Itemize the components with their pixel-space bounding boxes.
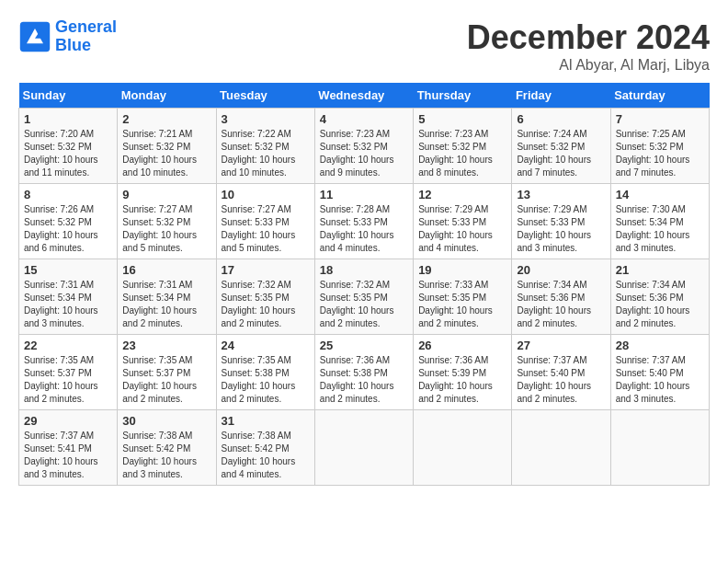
day-number: 8: [24, 188, 112, 201]
day-info: Sunrise: 7:37 AMSunset: 5:40 PMDaylight:…: [616, 355, 690, 404]
day-number: 9: [122, 188, 210, 201]
day-number: 22: [24, 339, 112, 352]
day-number: 5: [418, 112, 506, 126]
day-info: Sunrise: 7:20 AMSunset: 5:32 PMDaylight:…: [24, 129, 98, 178]
day-info: Sunrise: 7:38 AMSunset: 5:42 PMDaylight:…: [122, 431, 197, 479]
calendar-cell: 6 Sunrise: 7:24 AMSunset: 5:32 PMDayligh…: [512, 109, 610, 184]
calendar-cell: 13 Sunrise: 7:29 AMSunset: 5:33 PMDaylig…: [512, 184, 610, 259]
day-info: Sunrise: 7:27 AMSunset: 5:32 PMDaylight:…: [122, 204, 197, 253]
day-number: 23: [122, 339, 210, 352]
day-number: 1: [24, 112, 112, 126]
calendar-cell: 28 Sunrise: 7:37 AMSunset: 5:40 PMDaylig…: [610, 335, 709, 410]
calendar-cell: 27 Sunrise: 7:37 AMSunset: 5:40 PMDaylig…: [512, 335, 610, 410]
day-info: Sunrise: 7:22 AMSunset: 5:32 PMDaylight:…: [222, 129, 296, 178]
day-info: Sunrise: 7:35 AMSunset: 5:38 PMDaylight:…: [222, 355, 296, 404]
day-number: 6: [517, 112, 605, 126]
day-info: Sunrise: 7:37 AMSunset: 5:41 PMDaylight:…: [24, 431, 98, 479]
calendar-cell: 2 Sunrise: 7:21 AMSunset: 5:32 PMDayligh…: [118, 109, 216, 184]
day-info: Sunrise: 7:35 AMSunset: 5:37 PMDaylight:…: [122, 355, 197, 404]
calendar-cell: [314, 410, 413, 486]
month-title: December 2024: [467, 18, 710, 57]
calendar-cell: 20 Sunrise: 7:34 AMSunset: 5:36 PMDaylig…: [512, 259, 610, 335]
calendar-cell: 3 Sunrise: 7:22 AMSunset: 5:32 PMDayligh…: [216, 109, 314, 184]
day-info: Sunrise: 7:23 AMSunset: 5:32 PMDaylight:…: [320, 129, 394, 178]
day-number: 30: [122, 414, 210, 428]
header-saturday: Saturday: [610, 83, 709, 109]
calendar-cell: 17 Sunrise: 7:32 AMSunset: 5:35 PMDaylig…: [216, 259, 314, 335]
day-number: 15: [24, 263, 112, 277]
day-info: Sunrise: 7:34 AMSunset: 5:36 PMDaylight:…: [616, 280, 690, 328]
day-info: Sunrise: 7:32 AMSunset: 5:35 PMDaylight:…: [320, 280, 394, 328]
day-number: 18: [320, 263, 408, 277]
calendar-cell: 21 Sunrise: 7:34 AMSunset: 5:36 PMDaylig…: [610, 259, 709, 335]
day-info: Sunrise: 7:25 AMSunset: 5:32 PMDaylight:…: [616, 129, 690, 178]
day-info: Sunrise: 7:29 AMSunset: 5:33 PMDaylight:…: [517, 204, 591, 253]
day-number: 24: [222, 339, 310, 352]
day-info: Sunrise: 7:38 AMSunset: 5:42 PMDaylight:…: [222, 431, 296, 479]
title-area: December 2024 Al Abyar, Al Marj, Libya: [467, 18, 710, 74]
calendar-cell: [414, 410, 512, 486]
day-number: 27: [517, 339, 605, 352]
header-sunday: Sunday: [19, 83, 118, 109]
calendar-cell: 26 Sunrise: 7:36 AMSunset: 5:39 PMDaylig…: [414, 335, 512, 410]
header-tuesday: Tuesday: [216, 83, 314, 109]
day-info: Sunrise: 7:31 AMSunset: 5:34 PMDaylight:…: [122, 280, 197, 328]
calendar-cell: 8 Sunrise: 7:26 AMSunset: 5:32 PMDayligh…: [19, 184, 118, 259]
header-thursday: Thursday: [414, 83, 512, 109]
logo-icon: [18, 20, 51, 53]
week-row-4: 22 Sunrise: 7:35 AMSunset: 5:37 PMDaylig…: [19, 335, 710, 410]
calendar-cell: [610, 410, 709, 486]
day-number: 10: [222, 188, 310, 201]
location: Al Abyar, Al Marj, Libya: [467, 57, 710, 74]
day-info: Sunrise: 7:34 AMSunset: 5:36 PMDaylight:…: [517, 280, 591, 328]
week-row-3: 15 Sunrise: 7:31 AMSunset: 5:34 PMDaylig…: [19, 259, 710, 335]
day-info: Sunrise: 7:26 AMSunset: 5:32 PMDaylight:…: [24, 204, 98, 253]
calendar-cell: 31 Sunrise: 7:38 AMSunset: 5:42 PMDaylig…: [216, 410, 314, 486]
day-info: Sunrise: 7:27 AMSunset: 5:33 PMDaylight:…: [222, 204, 296, 253]
calendar-cell: 19 Sunrise: 7:33 AMSunset: 5:35 PMDaylig…: [414, 259, 512, 335]
day-number: 28: [616, 339, 704, 352]
logo-text: General Blue: [55, 18, 117, 55]
calendar-cell: 10 Sunrise: 7:27 AMSunset: 5:33 PMDaylig…: [216, 184, 314, 259]
calendar-cell: 25 Sunrise: 7:36 AMSunset: 5:38 PMDaylig…: [314, 335, 413, 410]
day-number: 13: [517, 188, 605, 201]
day-info: Sunrise: 7:36 AMSunset: 5:39 PMDaylight:…: [418, 355, 493, 404]
calendar-cell: 18 Sunrise: 7:32 AMSunset: 5:35 PMDaylig…: [314, 259, 413, 335]
day-info: Sunrise: 7:21 AMSunset: 5:32 PMDaylight:…: [122, 129, 197, 178]
calendar-cell: 24 Sunrise: 7:35 AMSunset: 5:38 PMDaylig…: [216, 335, 314, 410]
calendar-cell: 7 Sunrise: 7:25 AMSunset: 5:32 PMDayligh…: [610, 109, 709, 184]
day-number: 26: [418, 339, 506, 352]
day-info: Sunrise: 7:29 AMSunset: 5:33 PMDaylight:…: [418, 204, 493, 253]
logo: General Blue: [18, 18, 117, 55]
day-info: Sunrise: 7:32 AMSunset: 5:35 PMDaylight:…: [222, 280, 296, 328]
calendar-cell: 14 Sunrise: 7:30 AMSunset: 5:34 PMDaylig…: [610, 184, 709, 259]
calendar-cell: 1 Sunrise: 7:20 AMSunset: 5:32 PMDayligh…: [19, 109, 118, 184]
day-number: 12: [418, 188, 506, 201]
day-info: Sunrise: 7:35 AMSunset: 5:37 PMDaylight:…: [24, 355, 98, 404]
week-row-2: 8 Sunrise: 7:26 AMSunset: 5:32 PMDayligh…: [19, 184, 710, 259]
day-number: 19: [418, 263, 506, 277]
day-number: 31: [222, 414, 310, 428]
calendar-cell: 11 Sunrise: 7:28 AMSunset: 5:33 PMDaylig…: [314, 184, 413, 259]
day-number: 3: [222, 112, 310, 126]
calendar-cell: 30 Sunrise: 7:38 AMSunset: 5:42 PMDaylig…: [118, 410, 216, 486]
day-number: 11: [320, 188, 408, 201]
calendar-cell: 22 Sunrise: 7:35 AMSunset: 5:37 PMDaylig…: [19, 335, 118, 410]
calendar-cell: [512, 410, 610, 486]
calendar-header-row: SundayMondayTuesdayWednesdayThursdayFrid…: [19, 83, 710, 109]
day-info: Sunrise: 7:28 AMSunset: 5:33 PMDaylight:…: [320, 204, 394, 253]
calendar-cell: 16 Sunrise: 7:31 AMSunset: 5:34 PMDaylig…: [118, 259, 216, 335]
day-number: 21: [616, 263, 704, 277]
week-row-5: 29 Sunrise: 7:37 AMSunset: 5:41 PMDaylig…: [19, 410, 710, 486]
day-info: Sunrise: 7:33 AMSunset: 5:35 PMDaylight:…: [418, 280, 493, 328]
day-number: 25: [320, 339, 408, 352]
calendar-cell: 5 Sunrise: 7:23 AMSunset: 5:32 PMDayligh…: [414, 109, 512, 184]
calendar-cell: 23 Sunrise: 7:35 AMSunset: 5:37 PMDaylig…: [118, 335, 216, 410]
calendar-cell: 12 Sunrise: 7:29 AMSunset: 5:33 PMDaylig…: [414, 184, 512, 259]
header-friday: Friday: [512, 83, 610, 109]
day-number: 4: [320, 112, 408, 126]
day-number: 20: [517, 263, 605, 277]
day-number: 14: [616, 188, 704, 201]
header-monday: Monday: [118, 83, 216, 109]
day-info: Sunrise: 7:30 AMSunset: 5:34 PMDaylight:…: [616, 204, 690, 253]
